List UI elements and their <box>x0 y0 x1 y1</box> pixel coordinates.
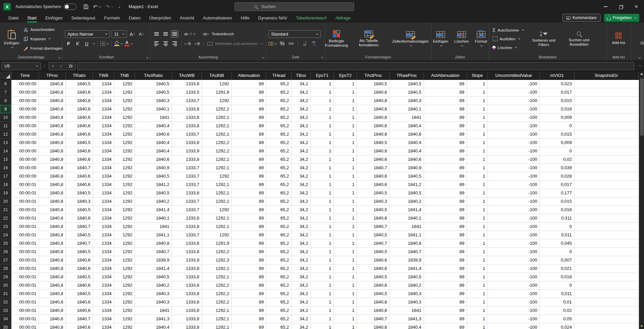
cell[interactable]: -100 <box>488 172 540 181</box>
cell[interactable]: 1292 <box>114 88 135 97</box>
cell[interactable]: 1840,7 <box>357 223 390 231</box>
column-header-TNB[interactable]: TNB <box>114 71 135 80</box>
cell[interactable]: 89 <box>232 155 266 164</box>
format-painter-button[interactable]: Format übertragen <box>23 44 63 52</box>
cell[interactable]: 1 <box>334 231 357 239</box>
cell[interactable]: 1 <box>334 130 357 139</box>
cell[interactable]: 89 <box>424 189 467 197</box>
cell[interactable]: 89 <box>232 323 266 329</box>
cut-button[interactable]: Ausschneiden <box>23 26 63 33</box>
cell[interactable]: 1334 <box>93 273 114 281</box>
cell[interactable]: 1840,8 <box>39 147 66 155</box>
cell[interactable]: 1840,6 <box>357 265 390 273</box>
column-header-ActAttenuation[interactable]: ActAttenuation <box>424 71 467 80</box>
cell[interactable]: 1 <box>311 105 334 113</box>
cell[interactable]: 1333,5 <box>172 88 202 97</box>
row-header-13[interactable]: 13 <box>0 139 11 147</box>
cell[interactable]: 1292 <box>114 164 135 172</box>
cell[interactable]: 1333,7 <box>172 164 202 172</box>
row-header-12[interactable]: 12 <box>0 130 11 139</box>
cell[interactable]: -100 <box>488 88 540 97</box>
cell[interactable]: 65,2 <box>266 298 292 307</box>
cell[interactable]: 00:00:01 <box>11 197 39 206</box>
cell[interactable]: 65,2 <box>266 265 292 273</box>
cell[interactable]: 1840,6 <box>66 307 93 315</box>
cell[interactable]: 1292 <box>114 122 135 130</box>
cell[interactable]: 0,015 <box>540 97 574 105</box>
column-header-UncommittedValue[interactable]: UncommittedValue <box>488 71 540 80</box>
cell[interactable]: 1840,6 <box>357 214 390 223</box>
cell[interactable]: 89 <box>424 122 467 130</box>
paste-button[interactable]: Einfügen <box>2 29 21 49</box>
cell[interactable]: 1 <box>311 315 334 323</box>
cell[interactable]: 1 <box>334 88 357 97</box>
tab-überprüfen[interactable]: Überprüfen <box>145 13 175 22</box>
cell[interactable]: 1292,2 <box>202 139 232 147</box>
cell[interactable]: 1840,5 <box>357 231 390 239</box>
cell[interactable]: 1840,6 <box>66 281 93 290</box>
column-header-TActRatio[interactable]: TActRatio <box>135 71 172 80</box>
cell[interactable]: 89 <box>424 155 467 164</box>
save-button[interactable] <box>83 4 89 9</box>
cell[interactable]: 1334 <box>93 323 114 329</box>
cell[interactable]: 1 <box>334 197 357 206</box>
row-header-26[interactable]: 26 <box>0 248 11 256</box>
cell[interactable]: 1 <box>467 307 488 315</box>
cell[interactable]: 1 <box>311 147 334 155</box>
cell[interactable]: 1292 <box>202 206 232 214</box>
cell[interactable] <box>574 181 639 189</box>
cell[interactable]: 1292 <box>114 113 135 122</box>
cell[interactable]: -100 <box>488 122 540 130</box>
cell[interactable] <box>574 290 639 298</box>
cell[interactable]: 89 <box>424 214 467 223</box>
cell[interactable]: 1 <box>334 164 357 172</box>
cell[interactable]: 1840,8 <box>39 189 66 197</box>
cell[interactable]: 89 <box>424 164 467 172</box>
cell[interactable]: 89 <box>424 206 467 214</box>
cell[interactable]: 1 <box>311 189 334 197</box>
cell[interactable]: 89 <box>424 181 467 189</box>
cell[interactable]: 1 <box>334 256 357 265</box>
cell[interactable]: 89 <box>232 147 266 155</box>
cell[interactable]: 1333,9 <box>172 147 202 155</box>
cell[interactable]: 1840,6 <box>66 298 93 307</box>
dialog-launcher-font[interactable]: ↘ <box>146 56 148 59</box>
cell[interactable]: -100 <box>488 130 540 139</box>
cell[interactable]: 1 <box>467 147 488 155</box>
cell[interactable]: 1840,4 <box>390 139 424 147</box>
cell[interactable]: 34,2 <box>292 231 311 239</box>
cell[interactable]: 1840,8 <box>39 206 66 214</box>
column-header-EpsT1[interactable]: EpsT1 <box>311 71 334 80</box>
cell[interactable]: 65,2 <box>266 97 292 105</box>
cell[interactable]: 1334 <box>93 315 114 323</box>
cell[interactable]: 1840,6 <box>66 256 93 265</box>
cell[interactable]: 0,039 <box>540 164 574 172</box>
qat-customize-button[interactable]: ⌄̄ <box>118 5 121 9</box>
cell[interactable]: 89 <box>232 307 266 315</box>
cell[interactable]: 34,2 <box>292 206 311 214</box>
select-all-button[interactable] <box>0 71 11 80</box>
cell[interactable]: -100 <box>488 323 540 329</box>
cell[interactable]: 89 <box>424 231 467 239</box>
column-header-TActProc[interactable]: TActProc <box>357 71 390 80</box>
row-header-35[interactable]: 35 <box>0 323 11 329</box>
number-format-combo[interactable]: Standard <box>268 30 321 38</box>
cell[interactable]: 1 <box>467 189 488 197</box>
cell[interactable]: 89 <box>232 139 266 147</box>
cell[interactable]: 1334 <box>93 172 114 181</box>
cell[interactable]: 1840,6 <box>66 323 93 329</box>
cell[interactable]: 1 <box>467 113 488 122</box>
cell[interactable]: 89 <box>424 172 467 181</box>
tab-abfrage[interactable]: Abfrage <box>331 13 355 22</box>
cell[interactable]: 1840,7 <box>66 239 93 248</box>
row-header-27[interactable]: 27 <box>0 256 11 265</box>
cell[interactable]: 1334 <box>93 147 114 155</box>
cell[interactable]: 1840,7 <box>357 315 390 323</box>
cell[interactable]: 34,2 <box>292 239 311 248</box>
close-button[interactable]: × <box>629 0 644 13</box>
cell[interactable]: 65,2 <box>266 147 292 155</box>
cell[interactable]: 1840,6 <box>66 113 93 122</box>
cell[interactable]: 1840,8 <box>39 239 66 248</box>
cell[interactable]: 34,2 <box>292 189 311 197</box>
cell[interactable]: 1 <box>311 113 334 122</box>
